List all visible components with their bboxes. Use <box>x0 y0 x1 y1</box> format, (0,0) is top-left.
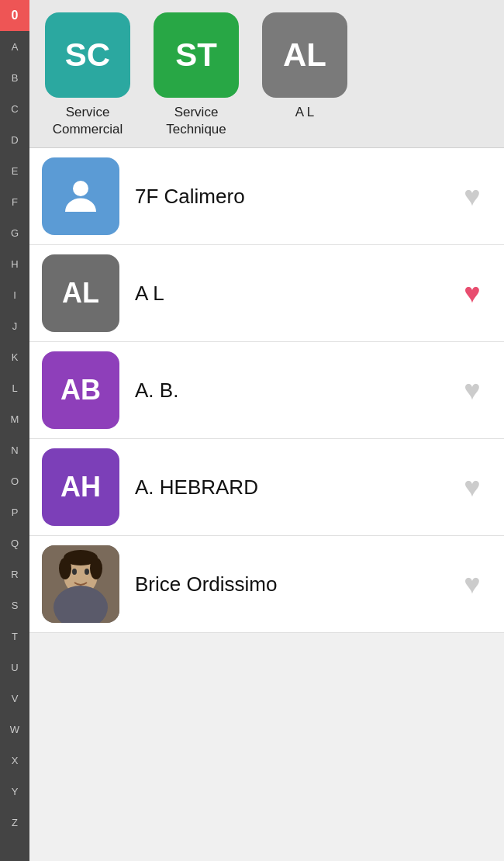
alpha-letter-s[interactable]: S <box>0 590 29 621</box>
alpha-letter-0[interactable]: 0 <box>0 0 29 31</box>
category-avatar-service-commercial: SC <box>45 12 130 98</box>
category-label-al: A L <box>295 104 315 121</box>
category-label-service-technique: Service Technique <box>146 104 247 138</box>
heart-icon-brice: ♥ <box>464 568 480 600</box>
alpha-letter-j[interactable]: J <box>0 310 29 341</box>
alpha-letter-v[interactable]: V <box>0 683 29 714</box>
alpha-letter-h[interactable]: H <box>0 248 29 279</box>
alpha-letter-b[interactable]: B <box>0 62 29 93</box>
contact-name-ab: A. B. <box>135 379 453 403</box>
alpha-letter-l[interactable]: L <box>0 372 29 403</box>
svg-point-7 <box>59 558 71 579</box>
alpha-letter-m[interactable]: M <box>0 403 29 434</box>
contact-name-7f-calimero: 7F Calimero <box>135 185 453 209</box>
heart-icon-al: ♥ <box>464 277 480 309</box>
favorite-button-ah[interactable]: ♥ <box>453 468 492 507</box>
contact-name-ah: A. HEBRARD <box>135 475 453 500</box>
alpha-letter-q[interactable]: Q <box>0 527 29 558</box>
contact-avatar-7f-calimero <box>42 157 119 235</box>
alpha-letter-i[interactable]: I <box>0 279 29 310</box>
alpha-letter-k[interactable]: K <box>0 341 29 372</box>
alpha-letter-x[interactable]: X <box>0 745 29 776</box>
contact-name-brice: Brice Ordissimo <box>135 572 453 596</box>
alphabet-sidebar: 0ABCDEFGHIJKLMNOPQRSTUVWXYZ <box>0 0 29 861</box>
alpha-letter-p[interactable]: P <box>0 496 29 527</box>
contact-item-ab[interactable]: ABA. B.♥ <box>29 342 504 439</box>
favorite-button-brice[interactable]: ♥ <box>453 565 492 603</box>
category-item-service-commercial[interactable]: SCService Commercial <box>37 12 138 138</box>
alpha-letter-c[interactable]: C <box>0 93 29 124</box>
contact-avatar-brice <box>42 545 119 623</box>
contact-avatar-ah: AH <box>42 448 119 526</box>
contact-item-brice[interactable]: Brice Ordissimo♥ <box>29 536 504 633</box>
alpha-letter-r[interactable]: R <box>0 558 29 590</box>
alpha-letter-o[interactable]: O <box>0 465 29 496</box>
svg-point-0 <box>73 181 88 196</box>
favorite-button-7f-calimero[interactable]: ♥ <box>453 177 492 216</box>
contact-item-al[interactable]: ALA L♥ <box>29 245 504 342</box>
alpha-letter-u[interactable]: U <box>0 652 29 683</box>
alpha-letter-e[interactable]: E <box>0 155 29 186</box>
main-content: SCService CommercialSTService TechniqueA… <box>29 0 504 861</box>
favorite-button-al[interactable]: ♥ <box>453 274 492 313</box>
category-item-service-technique[interactable]: STService Technique <box>146 12 247 138</box>
category-avatar-al: AL <box>262 12 347 98</box>
contact-name-al: A L <box>135 282 453 306</box>
svg-point-8 <box>90 558 102 579</box>
svg-point-4 <box>72 569 77 575</box>
contact-item-7f-calimero[interactable]: 7F Calimero♥ <box>29 148 504 245</box>
alpha-letter-z[interactable]: Z <box>0 807 29 838</box>
svg-point-5 <box>85 569 89 575</box>
alpha-letter-n[interactable]: N <box>0 434 29 465</box>
alpha-letter-a[interactable]: A <box>0 31 29 62</box>
contact-list: 7F Calimero♥ALA L♥ABA. B.♥AHA. HEBRARD♥ … <box>29 148 504 633</box>
heart-icon-7f-calimero: ♥ <box>464 180 480 213</box>
alpha-letter-d[interactable]: D <box>0 124 29 155</box>
alpha-letter-w[interactable]: W <box>0 714 29 745</box>
heart-icon-ah: ♥ <box>464 471 480 503</box>
category-label-service-commercial: Service Commercial <box>37 104 138 138</box>
alpha-letter-y[interactable]: Y <box>0 776 29 807</box>
contact-avatar-al: AL <box>42 254 119 332</box>
category-avatar-service-technique: ST <box>154 12 239 98</box>
alpha-letter-g[interactable]: G <box>0 217 29 248</box>
category-item-al[interactable]: ALA L <box>254 12 355 121</box>
category-header: SCService CommercialSTService TechniqueA… <box>29 0 504 148</box>
contact-avatar-ab: AB <box>42 351 119 429</box>
alpha-letter-f[interactable]: F <box>0 186 29 217</box>
alpha-letter-t[interactable]: T <box>0 621 29 652</box>
favorite-button-ab[interactable]: ♥ <box>453 371 492 410</box>
heart-icon-ab: ♥ <box>464 374 480 406</box>
contact-item-ah[interactable]: AHA. HEBRARD♥ <box>29 439 504 536</box>
